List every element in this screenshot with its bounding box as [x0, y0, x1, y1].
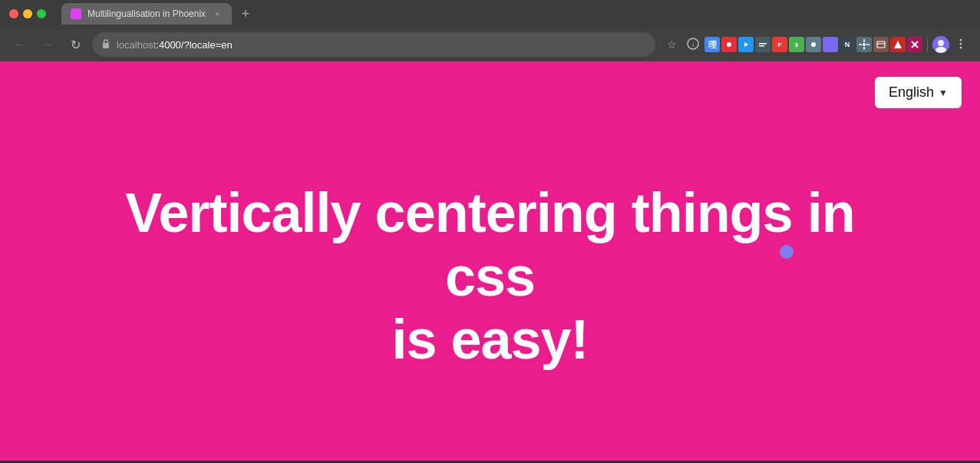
title-bar: Multilingualisation in Phoenix × + — [0, 0, 980, 28]
ext-icon-8[interactable] — [823, 37, 838, 52]
chevron-down-icon: ▼ — [939, 88, 948, 98]
svg-rect-20 — [829, 45, 833, 49]
tab-bar: Multilingualisation in Phoenix × + — [61, 3, 971, 25]
address-text: localhost:4000/?locale=en — [117, 39, 646, 51]
svg-text:$: $ — [795, 42, 798, 48]
svg-point-43 — [960, 46, 962, 48]
svg-point-4 — [727, 42, 731, 47]
back-button[interactable]: ← — [9, 34, 31, 55]
svg-rect-8 — [759, 43, 767, 45]
svg-point-40 — [935, 47, 946, 53]
bookmark-icon: ☆ — [667, 38, 677, 51]
new-tab-button[interactable]: + — [235, 3, 256, 25]
active-tab[interactable]: Multilingualisation in Phoenix × — [61, 3, 232, 25]
forward-icon: → — [41, 38, 54, 51]
ext-icon-5[interactable]: F — [772, 37, 787, 52]
address-prefix: localhost — [117, 39, 156, 51]
svg-text:F: F — [778, 41, 782, 48]
reload-icon: ↻ — [71, 38, 81, 52]
window-controls — [9, 9, 46, 18]
svg-rect-7 — [757, 39, 768, 50]
ext-icon-6[interactable]: $ — [789, 37, 804, 52]
svg-rect-18 — [833, 40, 837, 44]
close-window-button[interactable] — [9, 9, 18, 18]
hero-text: Vertically centering things in css is ea… — [68, 181, 912, 372]
ext-icon-13[interactable] — [907, 37, 922, 52]
forward-button[interactable]: → — [37, 34, 58, 55]
tab-close-button[interactable]: × — [212, 8, 223, 19]
toolbar: ← → ↻ localhost:4000/?locale=en ☆ — [0, 28, 980, 61]
svg-point-39 — [938, 40, 944, 46]
lock-icon — [101, 38, 111, 51]
svg-rect-19 — [823, 45, 827, 49]
ext-icon-12[interactable] — [890, 37, 906, 52]
reload-button[interactable]: ↻ — [64, 34, 86, 55]
svg-rect-0 — [103, 43, 109, 48]
ext-icon-10[interactable] — [856, 37, 872, 52]
tab-title: Multilingualisation in Phoenix — [87, 8, 206, 19]
page-content: English ▼ Vertically centering things in… — [0, 61, 980, 461]
browser-frame: Multilingualisation in Phoenix × + ← → ↻ — [0, 0, 980, 461]
ext-icon-4[interactable] — [755, 37, 770, 52]
svg-point-42 — [960, 42, 962, 45]
ext-icon-9[interactable]: N — [840, 37, 855, 52]
minimize-window-button[interactable] — [23, 9, 32, 18]
ext-icon-2[interactable] — [721, 37, 737, 52]
locale-label: English — [889, 84, 934, 101]
maximize-window-button[interactable] — [37, 9, 46, 18]
ext-icon-1[interactable]: 理 — [704, 37, 720, 52]
ext-icon-11[interactable] — [873, 37, 889, 52]
svg-text:N: N — [845, 41, 850, 48]
info-icon: i — [687, 38, 699, 52]
toolbar-separator — [927, 37, 928, 52]
ext-icon-3[interactable] — [738, 37, 754, 52]
svg-point-41 — [960, 38, 962, 41]
svg-rect-21 — [833, 45, 837, 49]
toolbar-actions: ☆ i 理 — [662, 35, 971, 55]
ext-icon-7[interactable] — [806, 37, 821, 52]
address-bar[interactable]: localhost:4000/?locale=en — [92, 32, 655, 57]
info-button[interactable]: i — [683, 35, 703, 55]
address-path: :4000/?locale=en — [156, 39, 232, 51]
svg-point-15 — [811, 42, 816, 47]
user-avatar[interactable] — [932, 36, 949, 53]
svg-rect-9 — [759, 45, 764, 47]
browser-menu-button[interactable] — [951, 35, 971, 55]
back-icon: ← — [14, 38, 26, 51]
bookmark-button[interactable]: ☆ — [662, 35, 681, 55]
extension-icons: 理 F $ — [704, 37, 922, 52]
svg-rect-17 — [829, 40, 833, 44]
hero-line-2: is easy! — [99, 308, 882, 372]
svg-point-25 — [863, 43, 866, 46]
svg-rect-16 — [823, 40, 827, 44]
locale-dropdown[interactable]: English ▼ — [875, 77, 962, 108]
svg-text:i: i — [692, 41, 695, 48]
menu-icon — [959, 38, 962, 52]
tab-favicon-icon — [71, 8, 81, 19]
hero-line-1: Vertically centering things in css — [99, 181, 882, 309]
